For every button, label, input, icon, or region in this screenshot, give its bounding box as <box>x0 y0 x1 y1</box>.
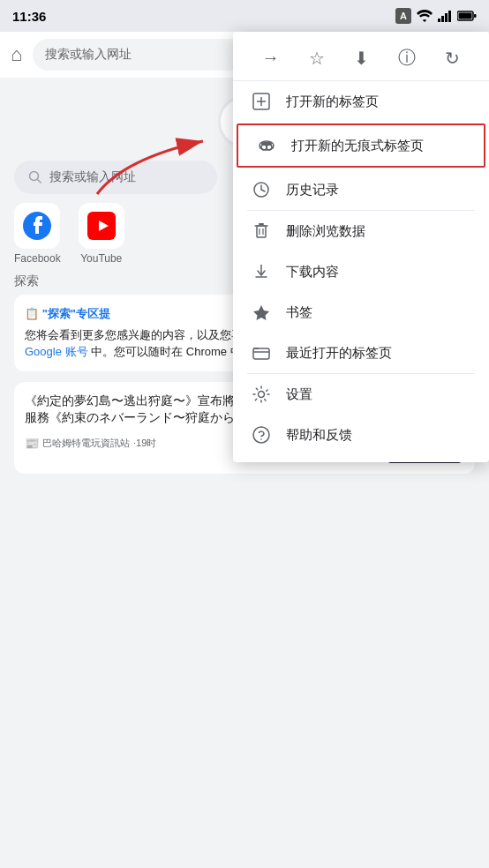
svg-marker-38 <box>253 305 269 320</box>
search-bar[interactable]: 搜索或输入网址 <box>14 161 217 194</box>
delete-icon <box>251 221 272 241</box>
svg-rect-3 <box>448 11 451 22</box>
new-tab-label: 打开新的标签页 <box>286 94 379 110</box>
search-placeholder: 搜索或输入网址 <box>49 169 136 185</box>
svg-point-43 <box>253 427 269 443</box>
svg-line-30 <box>272 147 274 148</box>
history-label: 历史记录 <box>286 182 339 198</box>
main-content: G 搜索或输入网址 Facebook YouTube 探索 📋 "探 <box>0 78 489 868</box>
downloads-icon <box>251 262 272 281</box>
menu-item-downloads[interactable]: 下载内容 <box>233 251 489 292</box>
youtube-shortcut[interactable]: YouTube <box>79 203 124 265</box>
assistant-icon: A <box>395 8 411 24</box>
news-source: 📰 巴哈姆特電玩資訊站 ·19时 <box>25 437 156 450</box>
incognito-icon <box>256 136 277 155</box>
settings-icon <box>251 385 272 404</box>
facebook-shortcut[interactable]: Facebook <box>14 203 61 265</box>
menu-item-history[interactable]: 历史记录 <box>233 169 489 210</box>
svg-point-42 <box>259 392 265 398</box>
downloads-label: 下载内容 <box>286 264 339 281</box>
history-icon <box>251 180 272 199</box>
signal-icon <box>438 10 452 22</box>
dropdown-menu: → ☆ ⬇ ⓘ ↻ 打开新的标签页 <box>233 78 489 462</box>
youtube-label: YouTube <box>80 252 122 265</box>
svg-rect-1 <box>441 16 444 22</box>
menu-item-incognito[interactable]: 打开新的无痕式标签页 <box>237 123 485 168</box>
menu-item-settings[interactable]: 设置 <box>233 374 489 415</box>
wifi-icon <box>417 10 433 22</box>
incognito-label: 打开新的无痕式标签页 <box>291 138 424 154</box>
help-icon <box>251 425 272 445</box>
bookmarks-label: 书签 <box>286 304 312 321</box>
help-label: 帮助和反馈 <box>286 427 352 444</box>
menu-item-clear-data[interactable]: 删除浏览数据 <box>233 211 489 251</box>
new-tab-icon <box>251 92 272 111</box>
svg-rect-0 <box>438 19 440 22</box>
url-text: 搜索或输入网址 <box>45 47 132 63</box>
svg-rect-32 <box>257 226 266 237</box>
menu-item-recent-tabs[interactable]: 最近打开的标签页 <box>233 333 489 373</box>
status-bar: 11:36 A <box>0 0 489 32</box>
svg-rect-2 <box>445 13 448 22</box>
status-time: 11:36 <box>12 9 46 24</box>
search-icon <box>28 170 42 184</box>
home-icon[interactable]: ⌂ <box>11 43 22 66</box>
facebook-icon <box>14 203 60 249</box>
source-icon: 📰 <box>25 437 39 450</box>
svg-rect-6 <box>474 14 477 18</box>
svg-point-44 <box>260 438 262 440</box>
clear-data-label: 删除浏览数据 <box>286 223 365 240</box>
bookmarks-icon <box>251 303 272 322</box>
recent-tabs-icon <box>251 343 272 363</box>
menu-item-bookmarks[interactable]: 书签 <box>233 292 489 333</box>
svg-line-8 <box>38 180 41 183</box>
youtube-icon <box>79 203 124 249</box>
settings-label: 设置 <box>286 386 312 403</box>
svg-point-7 <box>30 172 39 181</box>
svg-line-29 <box>260 147 261 148</box>
facebook-label: Facebook <box>14 252 61 265</box>
svg-rect-5 <box>459 13 472 19</box>
google-account-link[interactable]: Google 账号 <box>25 345 88 358</box>
svg-rect-39 <box>253 348 269 359</box>
menu-item-new-tab[interactable]: 打开新的标签页 <box>233 81 489 122</box>
battery-icon <box>457 11 477 21</box>
menu-item-help[interactable]: 帮助和反馈 <box>233 415 489 455</box>
recent-tabs-label: 最近打开的标签页 <box>286 345 392 362</box>
